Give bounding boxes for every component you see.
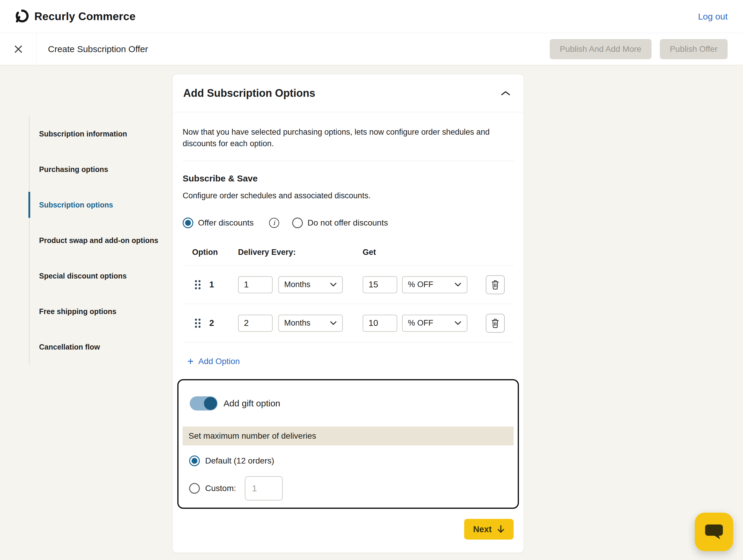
page-title: Create Subscription Offer [48,44,148,54]
subscription-options-card: Add Subscription Options Now that you ha… [172,74,524,553]
recurly-logo-icon [15,9,29,24]
divider [183,161,514,161]
do-not-offer-discounts-radio[interactable] [292,218,303,228]
delivery-unit-value: Months [284,280,310,289]
next-label: Next [473,524,492,534]
custom-deliveries-radio[interactable] [189,483,200,494]
discount-options-table: Option Delivery Every: Get 1 [183,248,514,342]
close-icon [13,44,24,55]
offer-discounts-label: Offer discounts [198,218,254,228]
info-icon[interactable]: i [269,218,279,228]
table-row: 1 Months % OFF [183,265,514,304]
logout-link[interactable]: Log out [698,11,728,21]
delivery-every-input[interactable] [238,315,273,332]
default-deliveries-row: Default (12 orders) [178,456,518,466]
brand-name: Recurly Commerce [34,10,136,23]
sidebar-item-label: Subscription options [39,201,113,209]
plus-icon: + [187,356,193,367]
publish-and-add-more-button[interactable]: Publish And Add More [550,39,652,59]
option-number: 2 [209,318,214,328]
brand: Recurly Commerce [15,9,136,24]
delete-option-button[interactable] [486,314,505,333]
discount-kind-value: % OFF [408,318,433,328]
option-id-cell: 2 [183,317,238,329]
sidebar-item-label: Subscription information [39,130,127,138]
delivery-column-header: Delivery Every: [238,248,363,257]
discount-kind-select[interactable]: % OFF [402,315,468,332]
chat-bubble-icon [704,523,724,541]
chevron-down-icon [454,321,462,325]
add-gift-option-toggle[interactable] [190,396,218,411]
do-not-offer-discounts-label: Do not offer discounts [308,218,388,228]
table-row: 2 Months % OFF [183,304,514,342]
gift-toggle-row: Add gift option [178,396,518,411]
chevron-down-icon [330,321,337,325]
page-header: Create Subscription Offer Publish And Ad… [0,33,743,65]
card-header: Add Subscription Options [173,74,524,112]
delivery-every-input[interactable] [238,276,273,293]
chat-widget-button[interactable] [695,513,733,551]
discount-amount-input[interactable] [363,276,397,293]
add-option-label: Add Option [198,357,240,366]
arrow-down-icon [497,525,505,534]
option-id-cell: 1 [183,279,238,290]
sidebar-item-subscription-options[interactable]: Subscription options [30,187,168,223]
sidebar-item-special-discount-options[interactable]: Special discount options [30,258,168,294]
sidebar-item-product-swap-and-add-on-options[interactable]: Product swap and add-on options [30,223,168,258]
delete-option-button[interactable] [486,275,505,294]
option-number: 1 [209,280,214,290]
delivery-unit-select[interactable]: Months [278,276,343,293]
toggle-knob [204,397,217,410]
sidebar-item-label: Cancellation flow [39,343,100,351]
section-title: Subscribe & Save [183,173,514,183]
offer-discounts-radio[interactable] [183,218,193,228]
card-body: Now that you have selected purchasing op… [173,112,524,549]
sidebar-item-purchasing-options[interactable]: Purchasing options [30,152,168,187]
sidebar-item-label: Purchasing options [39,165,108,174]
default-deliveries-radio[interactable] [189,456,200,466]
discount-amount-input[interactable] [363,315,397,332]
discount-kind-value: % OFF [408,280,433,289]
close-button[interactable] [0,33,37,65]
chevron-up-icon [500,90,511,96]
header-actions: Publish And Add More Publish Offer [550,39,743,59]
drag-handle-icon[interactable] [194,279,202,290]
publish-offer-button[interactable]: Publish Offer [660,39,728,59]
trash-icon [491,280,500,290]
custom-deliveries-row: Custom: [178,476,518,501]
discount-kind-select[interactable]: % OFF [402,276,468,293]
card-title: Add Subscription Options [183,87,315,99]
sidebar-item-subscription-information[interactable]: Subscription information [30,116,168,152]
custom-deliveries-input[interactable] [245,476,283,501]
delivery-unit-value: Months [284,318,310,328]
sidebar-item-label: Product swap and add-on options [39,236,158,245]
section-subtitle: Configure order schedules and associated… [183,191,514,200]
sidebar-item-label: Special discount options [39,272,127,280]
add-option-button[interactable]: + Add Option [183,356,240,367]
topbar: Recurly Commerce Log out [0,0,743,33]
add-gift-option-label: Add gift option [223,398,280,408]
trash-icon [491,318,500,328]
sidebar: Subscription information Purchasing opti… [29,116,168,364]
sidebar-item-cancellation-flow[interactable]: Cancellation flow [30,329,168,364]
chevron-down-icon [330,283,337,287]
sidebar-item-free-shipping-options[interactable]: Free shipping options [30,294,168,329]
table-header-row: Option Delivery Every: Get [183,248,514,265]
max-deliveries-header: Set maximum number of deliveries [183,427,514,445]
sidebar-item-label: Free shipping options [39,307,116,316]
intro-text: Now that you have selected purchasing op… [183,126,514,149]
discount-radio-group: Offer discounts i Do not offer discounts [183,218,514,228]
chevron-down-icon [454,283,462,287]
option-column-header: Option [183,248,238,257]
gift-option-highlight-box: Add gift option Set maximum number of de… [177,379,519,509]
collapse-section-button[interactable] [498,88,513,98]
custom-deliveries-label: Custom: [205,484,236,493]
delivery-unit-select[interactable]: Months [278,315,343,332]
get-column-header: Get [363,248,376,257]
next-button[interactable]: Next [464,519,514,540]
drag-handle-icon[interactable] [194,317,202,329]
default-deliveries-label: Default (12 orders) [205,456,274,466]
